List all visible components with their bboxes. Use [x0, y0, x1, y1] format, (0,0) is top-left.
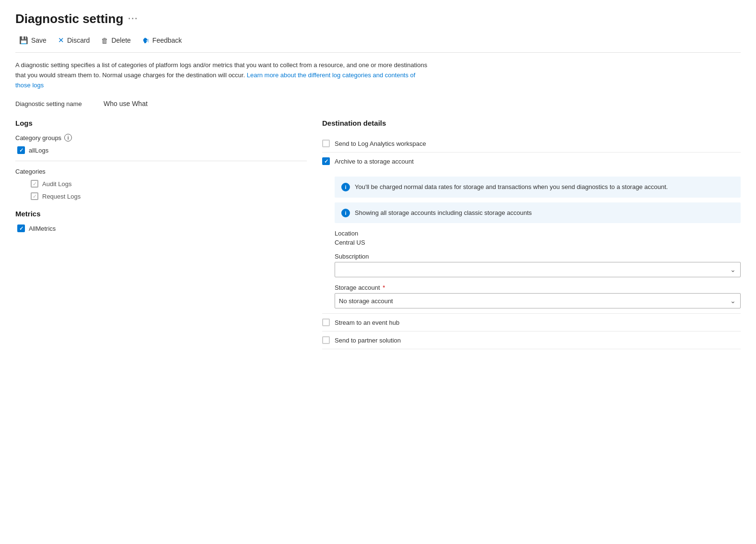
info-box-charge-text: You'll be charged normal data rates for … [355, 182, 668, 192]
description-block: A diagnostic setting specifies a list of… [15, 60, 428, 90]
event-hub-label[interactable]: Stream to an event hub [335, 319, 399, 326]
right-panel: Destination details Send to Log Analytic… [322, 119, 741, 349]
category-groups-header: Category groups i [15, 134, 307, 142]
subscription-select[interactable] [335, 262, 741, 277]
setting-name-value: Who use What [104, 100, 148, 107]
subscription-label: Subscription [335, 253, 741, 260]
location-value: Central US [335, 239, 741, 246]
partner-solution-checkbox[interactable] [322, 336, 330, 344]
setting-name-label: Diagnostic setting name [15, 100, 92, 107]
audit-logs-row: Audit Logs [15, 180, 307, 188]
discard-icon: ✕ [58, 36, 64, 45]
required-asterisk: * [383, 284, 385, 291]
storage-account-select-wrapper: No storage account [335, 293, 741, 308]
all-logs-row: allLogs [15, 146, 307, 154]
archive-storage-checkbox[interactable] [322, 157, 330, 165]
info-box-classic: i Showing all storage accounts including… [335, 202, 741, 224]
partner-solution-row: Send to partner solution [322, 331, 741, 349]
feedback-button[interactable]: 🗣 Feedback [139, 35, 186, 47]
audit-logs-label[interactable]: Audit Logs [42, 180, 71, 188]
title-text: Diagnostic setting [15, 12, 123, 26]
storage-account-field: Storage account * No storage account [335, 284, 741, 308]
storage-account-label: Storage account * [335, 284, 741, 291]
all-logs-label[interactable]: allLogs [29, 147, 48, 154]
archive-details: i You'll be charged normal data rates fo… [322, 172, 741, 308]
subscription-select-wrapper [335, 262, 741, 277]
feedback-icon: 🗣 [142, 36, 150, 45]
info-icon-2: i [341, 209, 350, 217]
all-logs-checkbox[interactable] [17, 146, 25, 154]
save-button[interactable]: 💾 Save [15, 34, 50, 47]
log-analytics-label[interactable]: Send to Log Analytics workspace [335, 140, 426, 147]
info-box-charge: i You'll be charged normal data rates fo… [335, 177, 741, 198]
audit-logs-checkbox[interactable] [31, 180, 38, 188]
storage-account-select[interactable]: No storage account [335, 293, 741, 308]
logs-divider [15, 161, 307, 161]
archive-storage-row: Archive to a storage account i You'll be… [322, 153, 741, 314]
destination-title: Destination details [322, 119, 741, 127]
info-box-classic-text: Showing all storage accounts including c… [355, 208, 532, 218]
all-metrics-label[interactable]: AllMetrics [29, 225, 56, 232]
discard-label: Discard [67, 36, 90, 44]
category-groups-label: Category groups [15, 134, 61, 142]
logs-section-title: Logs [15, 119, 307, 127]
archive-storage-label[interactable]: Archive to a storage account [335, 158, 414, 165]
more-options-icon[interactable]: ··· [128, 14, 138, 24]
request-logs-row: Request Logs [15, 192, 307, 200]
category-groups-info-icon[interactable]: i [64, 134, 72, 142]
event-hub-checkbox[interactable] [322, 319, 330, 326]
all-metrics-checkbox[interactable] [17, 225, 25, 232]
request-logs-checkbox[interactable] [31, 192, 38, 200]
save-icon: 💾 [19, 36, 28, 45]
log-analytics-row: Send to Log Analytics workspace [322, 135, 741, 153]
metrics-section-title: Metrics [15, 210, 307, 218]
info-icon-1: i [341, 183, 350, 191]
partner-solution-label[interactable]: Send to partner solution [335, 337, 401, 344]
event-hub-row: Stream to an event hub [322, 314, 741, 331]
all-metrics-row: AllMetrics [15, 225, 307, 232]
location-field: Location Central US [335, 230, 741, 246]
main-layout: Logs Category groups i allLogs Categorie… [15, 119, 741, 349]
request-logs-label[interactable]: Request Logs [42, 193, 81, 200]
discard-button[interactable]: ✕ Discard [54, 34, 93, 47]
delete-button[interactable]: 🗑 Delete [97, 35, 134, 47]
subscription-field: Subscription [335, 253, 741, 277]
delete-icon: 🗑 [101, 36, 108, 45]
log-analytics-checkbox[interactable] [322, 140, 330, 147]
delete-label: Delete [111, 36, 130, 44]
location-label: Location [335, 230, 741, 237]
setting-name-row: Diagnostic setting name Who use What [15, 100, 741, 107]
feedback-label: Feedback [152, 36, 182, 44]
metrics-section: Metrics AllMetrics [15, 210, 307, 232]
categories-label: Categories [15, 168, 307, 175]
left-panel: Logs Category groups i allLogs Categorie… [15, 119, 322, 349]
toolbar: 💾 Save ✕ Discard 🗑 Delete 🗣 Feedback [15, 34, 741, 53]
page-title: Diagnostic setting ··· [15, 12, 741, 26]
categories-section: Categories Audit Logs Request Logs [15, 168, 307, 200]
save-label: Save [31, 36, 47, 44]
